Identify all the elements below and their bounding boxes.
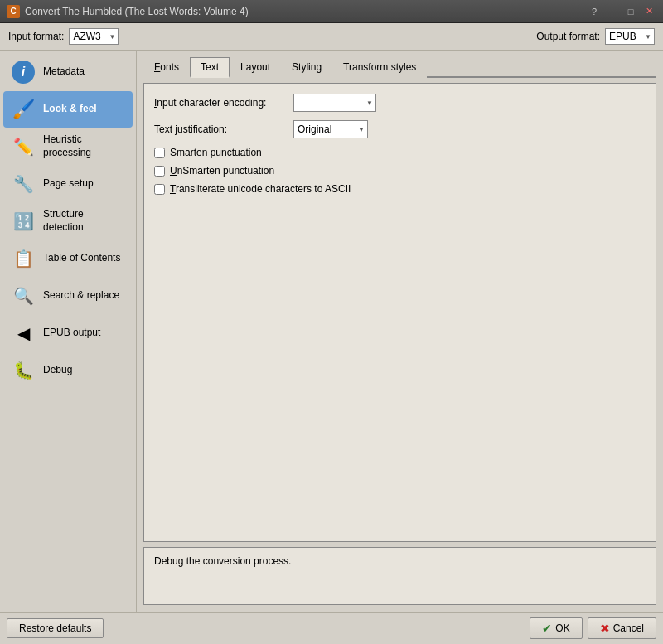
sidebar-label-heuristic: Heuristic processing xyxy=(43,133,126,159)
input-encoding-select-wrapper xyxy=(293,94,376,112)
tab-text[interactable]: Text xyxy=(190,57,230,78)
tab-transform-label: Transform styles xyxy=(343,61,416,73)
sidebar-label-debug: Debug xyxy=(43,364,72,377)
action-buttons: ✔ OK ✖ Cancel xyxy=(530,617,656,639)
main-container: Input format: AZW3 Output format: EPUB i xyxy=(0,23,663,644)
text-justification-select[interactable]: Original Left Right Center Justify xyxy=(293,120,368,138)
sidebar-item-debug[interactable]: 🐛 Debug xyxy=(3,352,133,389)
text-justification-label: Text justification: xyxy=(154,123,287,135)
epub-icon: ◀ xyxy=(10,320,36,346)
sidebar-item-heuristic[interactable]: ✏️ Heuristic processing xyxy=(3,128,133,165)
title-bar: C Convert The Humbled (The Lost Words: V… xyxy=(0,0,663,23)
sidebar-label-page-setup: Page setup xyxy=(43,177,94,191)
tab-bar: Fonts Text Layout Styling Transform styl… xyxy=(143,57,656,78)
help-button[interactable]: ? xyxy=(587,4,602,19)
tab-transform[interactable]: Transform styles xyxy=(332,57,427,78)
content-area: i Metadata 🖌️ Look & feel ✏️ Heuristic p… xyxy=(0,51,663,612)
sidebar-label-metadata: Metadata xyxy=(43,65,85,79)
app-icon: C xyxy=(7,5,20,18)
window-title: Convert The Humbled (The Lost Words: Vol… xyxy=(25,6,249,17)
input-encoding-label: Input character encoding: xyxy=(154,97,287,109)
sidebar-item-look-feel[interactable]: 🖌️ Look & feel xyxy=(3,91,133,128)
output-format-select[interactable]: EPUB xyxy=(605,28,655,45)
tab-layout[interactable]: Layout xyxy=(230,57,281,78)
title-bar-left: C Convert The Humbled (The Lost Words: V… xyxy=(7,5,249,18)
search-icon: 🔍 xyxy=(10,283,36,309)
transliterate-row: Transliterate unicode characters to ASCI… xyxy=(154,183,646,195)
output-format-select-wrapper: EPUB xyxy=(605,28,655,45)
sidebar-item-toc[interactable]: 📋 Table of Contents xyxy=(3,240,133,277)
maximize-button[interactable]: □ xyxy=(623,4,638,19)
cancel-icon: ✖ xyxy=(600,622,610,635)
restore-defaults-button[interactable]: Restore defaults xyxy=(7,618,104,638)
sidebar-item-metadata[interactable]: i Metadata xyxy=(3,54,133,90)
debug-icon: 🐛 xyxy=(10,357,36,384)
input-format-select-wrapper: AZW3 xyxy=(69,28,119,45)
unsmarten-punctuation-label[interactable]: UnSmarten punctuation xyxy=(170,165,274,177)
smarten-punctuation-label[interactable]: Smarten punctuation xyxy=(170,147,262,158)
sidebar-label-epub: EPUB output xyxy=(43,327,100,340)
structure-icon: 🔢 xyxy=(10,208,36,235)
toc-icon: 📋 xyxy=(10,245,36,272)
ok-label: OK xyxy=(555,622,569,634)
tab-styling[interactable]: Styling xyxy=(281,57,332,78)
text-justification-row: Text justification: Original Left Right … xyxy=(154,120,646,138)
cancel-label: Cancel xyxy=(613,622,644,634)
tab-layout-label: Layout xyxy=(240,61,270,73)
sidebar-label-structure: Structure detection xyxy=(43,208,126,234)
unsmarten-punctuation-checkbox[interactable] xyxy=(154,166,165,177)
tab-styling-label: Styling xyxy=(292,61,322,73)
smarten-punctuation-checkbox[interactable] xyxy=(154,148,165,158)
text-justification-select-wrapper: Original Left Right Center Justify xyxy=(293,120,368,138)
transliterate-label[interactable]: Transliterate unicode characters to ASCI… xyxy=(170,183,351,195)
tab-fonts-label: Fonts xyxy=(154,61,179,73)
input-format-label: Input format: xyxy=(8,31,64,42)
output-format-label: Output format: xyxy=(536,31,600,42)
sidebar-item-search[interactable]: 🔍 Search & replace xyxy=(3,278,133,314)
sidebar-item-epub[interactable]: ◀ EPUB output xyxy=(3,315,133,351)
restore-defaults-label: Restore defaults xyxy=(19,622,91,634)
cancel-button[interactable]: ✖ Cancel xyxy=(588,617,656,639)
sidebar-label-search: Search & replace xyxy=(43,289,119,303)
format-bar: Input format: AZW3 Output format: EPUB xyxy=(0,23,663,51)
heuristic-icon: ✏️ xyxy=(10,133,36,160)
look-feel-icon: 🖌️ xyxy=(10,96,36,123)
panel-content: Input character encoding: Text justifica… xyxy=(143,83,656,542)
minimize-button[interactable]: − xyxy=(605,4,620,19)
page-setup-icon: 🔧 xyxy=(10,171,36,197)
tab-text-label: Text xyxy=(201,61,219,73)
ok-button[interactable]: ✔ OK xyxy=(530,617,582,639)
unsmarten-punctuation-row: UnSmarten punctuation xyxy=(154,165,646,177)
debug-bar: Debug the conversion process. xyxy=(143,547,656,605)
window-controls: ? − □ ✕ xyxy=(587,4,656,19)
tab-fonts[interactable]: Fonts xyxy=(143,57,190,78)
close-button[interactable]: ✕ xyxy=(641,4,656,19)
output-format-group: Output format: EPUB xyxy=(536,28,655,45)
smarten-punctuation-row: Smarten punctuation xyxy=(154,147,646,158)
sidebar-item-page-setup[interactable]: 🔧 Page setup xyxy=(3,166,133,202)
input-format-select[interactable]: AZW3 xyxy=(69,28,119,45)
input-format-group: Input format: AZW3 xyxy=(8,28,119,45)
debug-text: Debug the conversion process. xyxy=(154,555,291,567)
right-panel: Fonts Text Layout Styling Transform styl… xyxy=(137,51,663,612)
sidebar: i Metadata 🖌️ Look & feel ✏️ Heuristic p… xyxy=(0,51,137,612)
bottom-bar: Restore defaults ✔ OK ✖ Cancel xyxy=(0,612,663,644)
ok-icon: ✔ xyxy=(542,622,552,635)
sidebar-label-toc: Table of Contents xyxy=(43,252,120,265)
sidebar-item-structure[interactable]: 🔢 Structure detection xyxy=(3,203,133,240)
input-encoding-row: Input character encoding: xyxy=(154,94,646,112)
sidebar-label-look-feel: Look & feel xyxy=(43,103,97,116)
metadata-icon: i xyxy=(10,59,36,85)
transliterate-checkbox[interactable] xyxy=(154,184,165,195)
input-encoding-select[interactable] xyxy=(293,94,376,112)
